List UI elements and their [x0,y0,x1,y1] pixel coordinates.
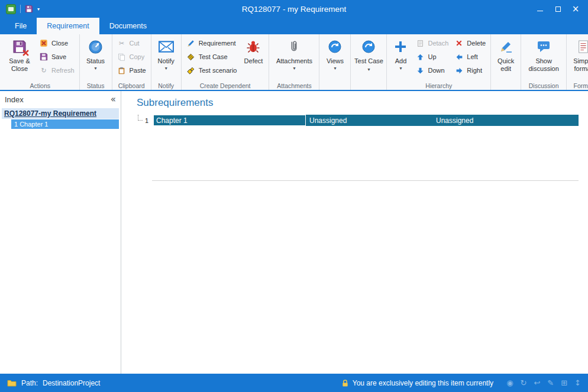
window-controls: × [531,0,584,18]
dropdown-arrow-icon: ▾ [293,66,295,71]
ribbon-group-clipboard: ✂ Cut Copy Paste Clipboard [112,34,151,90]
tree-node-chapter[interactable]: 1 Chapter 1 [11,119,119,129]
quick-save-button[interactable] [25,5,33,13]
index-sidebar: Index « RQ128077-my Requirement 1 Chapte… [0,91,121,374]
requirement-pen-icon [186,38,196,48]
app-icon[interactable] [6,4,16,14]
create-requirement-button[interactable]: Requirement [183,38,240,48]
window-title: RQ128077 - my Requirement [0,5,588,14]
status-icon [88,37,103,56]
dropdown-arrow-icon: ▾ [334,66,336,71]
simple-format-button[interactable]: Simple format [568,35,588,81]
detach-button[interactable]: Detach [412,38,451,48]
create-defect-button[interactable]: Defect [240,35,267,81]
attachments-button[interactable]: Attachments ▾ [271,35,317,81]
cell-release[interactable]: Unassigned [432,115,579,126]
status-undo-icon[interactable]: ↩ [534,378,540,387]
copy-button[interactable]: Copy [114,51,149,62]
save-icon [25,5,33,13]
status-resize-icon[interactable]: ↕ [574,378,581,387]
move-right-button[interactable]: Right [451,65,489,76]
envelope-icon [159,37,174,56]
tab-file[interactable]: File [5,18,37,34]
cell-name[interactable]: Chapter 1 [153,115,306,126]
save-button[interactable]: Save [36,51,77,62]
ribbon-tab-bar: File Requirement Documents [0,18,588,34]
notify-button[interactable]: Notify ▾ [153,35,179,81]
create-test-scenario-button[interactable]: Test scenario [183,65,240,76]
dropdown-arrow-icon: ▾ [95,66,97,71]
dropdown-arrow-icon: ▾ [165,66,167,71]
move-left-button[interactable]: Left [451,51,489,62]
paste-button[interactable]: Paste [114,65,149,76]
add-button[interactable]: Add ▾ [389,35,412,81]
table-row[interactable]: Chapter 1 Unassigned Unassigned [153,115,579,126]
close-window-button[interactable]: × [567,0,584,18]
status-refresh-icon[interactable]: ↻ [520,378,526,387]
lock-icon [342,379,348,387]
titlebar: ▾ RQ128077 - my Requirement × [0,0,588,18]
delete-button[interactable]: Delete [451,38,489,48]
tab-documents[interactable]: Documents [99,18,157,34]
move-down-button[interactable]: Down [412,65,451,76]
cut-button[interactable]: ✂ Cut [114,38,149,48]
test-scenario-icon [186,66,196,75]
status-grid-icon[interactable]: ⊞ [561,378,567,387]
statusbar-tools: ◉ ↻ ↩ ✎ ⊞ ↕ [506,378,581,387]
path-indicator: Path: DestinationProject [7,379,100,387]
ribbon-group-discussion: Show discussion Discussion [521,34,567,90]
bug-icon [246,37,260,56]
maximize-button[interactable] [549,0,567,18]
status-button[interactable]: Status ▾ [82,35,110,81]
sidebar-header: Index « [0,91,121,106]
detach-icon [415,38,425,48]
minimize-icon [537,11,543,11]
paste-icon [117,66,127,75]
content-area: Index « RQ128077-my Requirement 1 Chapte… [0,91,588,374]
refresh-button[interactable]: ↻ Refresh [36,65,77,76]
tree-elbow-icon [138,115,143,121]
arrow-left-icon [454,52,464,61]
cell-owner[interactable]: Unassigned [306,115,432,126]
arrow-up-icon [415,52,425,61]
quick-edit-button[interactable]: Quick edit [493,35,519,81]
status-edit-icon[interactable]: ✎ [547,378,554,387]
test-case-sphere-icon [361,37,376,56]
plus-icon [393,37,408,56]
close-item-icon [39,38,49,48]
ribbon-group-views: Views ▾ [319,34,351,90]
ribbon-group-hierarchy: Add ▾ Detach Up Down Delete [387,34,491,90]
path-label: Path: [21,379,38,387]
sidebar-title: Index [5,95,24,104]
row-index: 1 [145,117,153,124]
move-up-button[interactable]: Up [412,51,451,62]
speech-bubble-icon [537,37,551,56]
subrequirement-rowline: 1 Chapter 1 Unassigned Unassigned [137,115,579,126]
test-case-button[interactable]: Test Case ▾ [353,35,385,81]
cut-icon: ✂ [117,38,127,48]
quick-access-dropdown-icon[interactable]: ▾ [37,7,40,12]
ribbon-group-actions: Save & Close Close Save ↻ Refresh Action… [1,34,80,90]
save-and-close-button[interactable]: Save & Close [3,35,36,81]
collapse-sidebar-icon[interactable]: « [111,94,116,105]
pencil-edit-icon [499,37,513,56]
tab-requirement[interactable]: Requirement [37,18,99,34]
ribbon-group-create-dependent: Requirement Test Case Test scenario Defe… [182,34,270,90]
tree-node-root[interactable]: RQ128077-my Requirement [2,108,119,119]
folder-icon [7,380,17,387]
close-button[interactable]: Close [36,38,77,48]
create-test-case-button[interactable]: Test Case [183,51,240,62]
ribbon: Save & Close Close Save ↻ Refresh Action… [0,34,588,91]
save-close-icon [12,37,27,56]
status-target-icon[interactable]: ◉ [506,378,513,387]
delete-x-icon [454,38,464,48]
dropdown-arrow-icon: ▾ [399,66,402,71]
divider [20,5,21,13]
ribbon-group-quick-edit: Quick edit [491,34,521,90]
lock-message: You are exclusively editing this item cu… [353,379,493,387]
views-button[interactable]: Views ▾ [321,35,348,81]
page-title: Subrequirements [137,97,579,109]
show-discussion-button[interactable]: Show discussion [523,35,564,81]
ribbon-group-test-case: Test Case ▾ [351,34,387,90]
minimize-button[interactable] [531,0,549,18]
